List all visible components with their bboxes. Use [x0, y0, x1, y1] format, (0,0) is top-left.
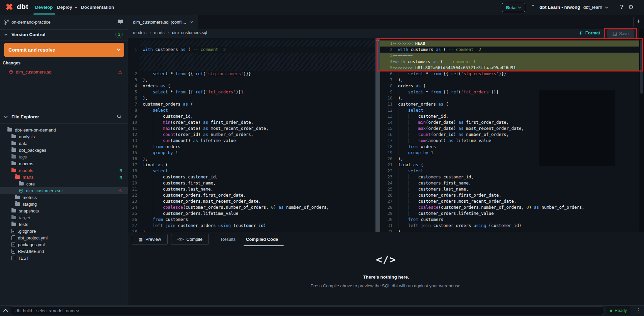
line-number: 12	[128, 132, 140, 138]
file-tree-label: tests	[19, 222, 28, 227]
file-tree-item[interactable]: dbt-learn-on-demand	[0, 126, 128, 133]
commit-options-chevron[interactable]	[117, 48, 121, 51]
close-icon[interactable]: ×	[190, 19, 193, 25]
line-number: 27	[380, 198, 395, 204]
changed-file-row[interactable]: dim_customers.sql ⚠	[0, 68, 128, 76]
search-icon[interactable]	[117, 114, 122, 119]
line-number: 16	[128, 156, 140, 162]
tab-compiled-code[interactable]: Compiled Code	[246, 234, 278, 245]
branch-dropdown[interactable]: dbt_learn	[583, 5, 608, 10]
commit-button-separator	[112, 45, 112, 55]
code-text: customers.last_name,	[395, 186, 644, 192]
commit-and-resolve-button[interactable]: Commit and resolve	[4, 43, 124, 57]
save-button[interactable]: Save	[607, 29, 634, 38]
nav-item-develop[interactable]: Develop	[35, 5, 53, 10]
file-tree-item[interactable]: .gitignore	[0, 228, 128, 234]
dbt-logo-icon[interactable]: ✖	[5, 2, 13, 12]
code-text: left join customer_orders using (custome…	[140, 223, 375, 229]
format-button[interactable]: Format	[578, 30, 600, 35]
tab-results[interactable]: Results	[221, 234, 235, 245]
dbt-logo-text[interactable]: dbt	[17, 3, 28, 11]
line-number: 17	[380, 138, 395, 144]
file-tree-label: dbt_packages	[19, 148, 46, 153]
code-line: 27 left join customer_orders using (cust…	[128, 223, 375, 229]
command-input[interactable]: dbt build --select <model_name>	[11, 306, 603, 315]
line-number: 19	[128, 174, 140, 180]
line-number: 20	[380, 156, 395, 162]
folder-icon	[11, 148, 16, 152]
save-floppy-icon	[613, 32, 617, 36]
line-number: 21	[380, 162, 395, 168]
file-tree-item[interactable]: dbt_project.yml	[0, 234, 128, 241]
line-number: 13	[380, 113, 395, 119]
line-number: 1	[128, 47, 140, 53]
code-line: 23 customer_orders.most_recent_order_dat…	[128, 198, 375, 204]
file-tree-label: staging	[23, 202, 37, 207]
compile-label: Compile	[187, 237, 203, 242]
editor-pane-current[interactable]: 1 with customers as ( -- comment 22 sele…	[128, 38, 375, 232]
active-tab-underline	[244, 245, 284, 246]
fold-marker[interactable]	[376, 40, 379, 41]
code-line: 22 customer_orders.first_order_date,	[128, 192, 375, 198]
code-line	[128, 59, 375, 65]
line-number: 19	[380, 150, 395, 156]
folder-icon	[11, 142, 16, 145]
file-tree-item[interactable]: packages.yml	[0, 241, 128, 248]
branch-row[interactable]: on-demand-practice	[0, 15, 128, 30]
file-tree-label: core	[26, 181, 35, 186]
settings-gear-icon[interactable]: ⚙	[628, 3, 634, 11]
preview-label: Preview	[145, 237, 161, 242]
version-control-title[interactable]: Version Control	[11, 32, 46, 37]
line-number: 5+	[380, 65, 395, 71]
file-tree-item[interactable]: metrics	[0, 194, 128, 201]
file-explorer-collapse-chevron[interactable]	[4, 116, 8, 118]
file-tree-item[interactable]: analysis	[0, 133, 128, 140]
line-number	[128, 65, 140, 71]
nav-item-deploy[interactable]: Deploy	[57, 5, 78, 10]
tab-dim-customers[interactable]: dim_customers.sql (confli... ×	[128, 15, 198, 29]
breadcrumb-item[interactable]: marts	[154, 30, 164, 35]
code-line: 21 customers.last_name,	[128, 186, 375, 192]
file-tree-item[interactable]: tests	[0, 221, 128, 228]
file-tree-item[interactable]: modelsM	[0, 167, 128, 174]
line-number: 10	[380, 95, 395, 101]
project-name[interactable]: dbt Learn - mwong	[539, 5, 580, 10]
line-number: 26	[380, 192, 395, 198]
file-explorer-title[interactable]: File Explorer	[11, 114, 39, 119]
line-number: 29	[380, 210, 395, 217]
file-tree-item[interactable]: martsM	[0, 174, 128, 180]
code-text: from customers	[395, 217, 644, 223]
file-tree-label: logs	[19, 154, 27, 160]
tab-title: dim_customers.sql (confli...	[128, 20, 186, 25]
file-tree-item[interactable]: staging	[0, 201, 128, 207]
code-line: 5+>>>>>>> b81f802a66fd544504c65721e3ffaa…	[380, 65, 644, 71]
code-line: 19 customers.customer_id,	[128, 174, 375, 180]
file-tree-item[interactable]: logs	[0, 153, 128, 160]
help-icon[interactable]: ?	[620, 4, 623, 10]
breadcrumb-separator: ›	[149, 30, 151, 35]
beta-dropdown[interactable]: Beta	[502, 3, 525, 12]
file-tree-item[interactable]: target	[0, 214, 128, 221]
kebab-menu-icon[interactable]: ⋮	[636, 307, 641, 313]
file-icon	[11, 235, 15, 240]
nav-item-documentation[interactable]: Documentation	[81, 5, 114, 10]
file-tree-item[interactable]: core	[0, 180, 128, 187]
breadcrumb-item[interactable]: models	[133, 30, 146, 35]
preview-button[interactable]: ▦ Preview	[132, 234, 168, 245]
code-text: customer_orders.lifetime_value	[140, 210, 375, 217]
file-tree-item[interactable]: data	[0, 140, 128, 147]
editor-scrollbar-thumb[interactable]	[640, 40, 643, 94]
file-tree-item[interactable]: dbt_packages	[0, 147, 128, 153]
version-control-collapse-chevron[interactable]	[4, 33, 8, 36]
file-tree-item[interactable]: dim_customers.sql⚠	[0, 187, 128, 194]
folder-icon	[11, 155, 16, 159]
chevron-up-icon[interactable]	[3, 309, 8, 312]
file-tree-item[interactable]: macros	[0, 160, 128, 167]
code-text: final as (	[140, 162, 375, 168]
code-text: from orders	[140, 144, 375, 150]
new-tab-button[interactable]: +	[637, 18, 640, 25]
docs-book-icon[interactable]	[117, 19, 123, 24]
file-tree-item[interactable]: snapshots	[0, 207, 128, 214]
compile-button[interactable]: </> Compile	[171, 234, 209, 245]
code-text: =======	[395, 53, 644, 59]
